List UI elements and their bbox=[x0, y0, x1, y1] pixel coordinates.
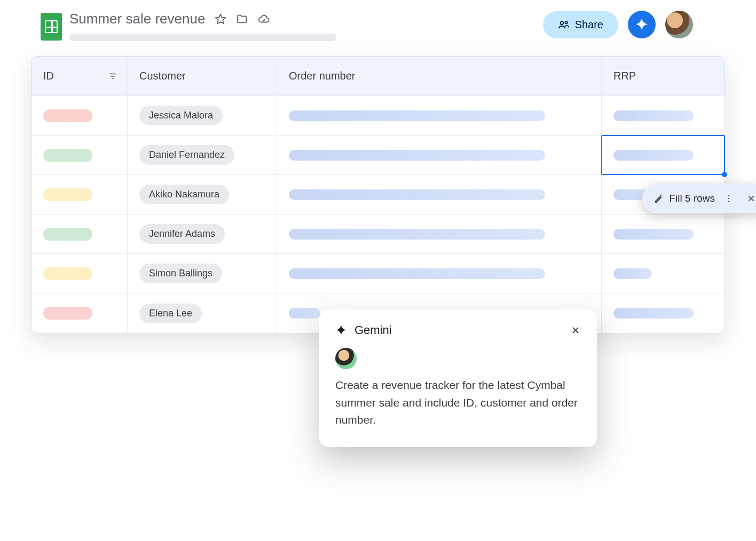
cell-id[interactable] bbox=[32, 175, 128, 214]
close-icon[interactable] bbox=[743, 190, 756, 207]
svg-point-1 bbox=[565, 21, 567, 23]
autofill-label[interactable]: Fill 5 rows bbox=[669, 193, 715, 204]
table-header-row: ID Customer Order number RRP bbox=[32, 57, 724, 96]
id-chip bbox=[43, 307, 92, 320]
col-header-customer[interactable]: Customer bbox=[128, 57, 277, 96]
table-row: Jessica Malora bbox=[32, 96, 724, 136]
col-header-customer-label: Customer bbox=[139, 70, 186, 82]
prompt-user-avatar bbox=[335, 348, 357, 369]
gemini-button[interactable] bbox=[628, 11, 656, 38]
rrp-placeholder bbox=[613, 268, 652, 279]
cell-order[interactable] bbox=[277, 136, 602, 174]
col-header-order[interactable]: Order number bbox=[277, 57, 602, 96]
table-row: Akiko Nakamura bbox=[32, 175, 724, 214]
cell-order[interactable] bbox=[277, 175, 602, 214]
customer-pill: Akiko Nakamura bbox=[139, 185, 229, 204]
table-row: Jennifer Adams bbox=[32, 214, 724, 254]
rrp-placeholder bbox=[613, 110, 694, 121]
id-chip bbox=[43, 188, 92, 201]
rrp-placeholder bbox=[613, 229, 694, 240]
cell-id[interactable] bbox=[32, 214, 128, 253]
id-chip bbox=[43, 267, 92, 280]
col-header-rrp-label: RRP bbox=[613, 70, 636, 82]
cell-rrp[interactable] bbox=[602, 136, 724, 174]
id-chip bbox=[43, 228, 92, 241]
cell-customer[interactable]: Jessica Malora bbox=[128, 96, 277, 135]
share-label: Share bbox=[575, 19, 603, 31]
star-icon[interactable] bbox=[215, 13, 226, 25]
table-row: Simon Ballings bbox=[32, 254, 724, 293]
rrp-placeholder bbox=[613, 150, 694, 161]
col-header-id-label: ID bbox=[43, 70, 54, 82]
order-placeholder bbox=[289, 150, 545, 161]
cell-id[interactable] bbox=[32, 293, 128, 333]
cell-id[interactable] bbox=[32, 254, 128, 293]
app-header: Summer sale revenue Share bbox=[31, 11, 725, 41]
folder-icon[interactable] bbox=[236, 13, 248, 25]
gemini-title: Gemini bbox=[355, 323, 392, 337]
share-button[interactable]: Share bbox=[543, 11, 618, 38]
cell-rrp[interactable] bbox=[602, 214, 724, 253]
filter-icon[interactable] bbox=[108, 71, 117, 81]
menubar-placeholder bbox=[69, 34, 336, 41]
cell-order[interactable] bbox=[277, 214, 602, 253]
id-chip bbox=[43, 109, 92, 122]
cell-rrp[interactable] bbox=[602, 254, 724, 293]
gemini-prompt-text: Create a revenue tracker for the latest … bbox=[335, 377, 581, 429]
col-header-rrp[interactable]: RRP bbox=[602, 57, 724, 96]
cell-order[interactable] bbox=[277, 254, 602, 293]
id-chip bbox=[43, 149, 92, 162]
customer-pill: Elena Lee bbox=[139, 304, 202, 323]
table-row: Daniel Fernandez bbox=[32, 136, 724, 175]
cell-id[interactable] bbox=[32, 96, 128, 135]
spreadsheet-table: ID Customer Order number RRP Jessica Mal… bbox=[31, 56, 725, 333]
order-placeholder bbox=[289, 308, 320, 319]
close-icon[interactable] bbox=[570, 325, 581, 336]
customer-pill: Daniel Fernandez bbox=[139, 145, 234, 165]
svg-point-0 bbox=[560, 22, 563, 25]
svg-point-3 bbox=[728, 198, 730, 200]
order-placeholder bbox=[289, 189, 545, 200]
user-avatar[interactable] bbox=[665, 11, 693, 38]
order-placeholder bbox=[289, 268, 545, 279]
cell-customer[interactable]: Akiko Nakamura bbox=[128, 175, 277, 214]
customer-pill: Simon Ballings bbox=[139, 264, 222, 283]
order-placeholder bbox=[289, 110, 545, 121]
cell-order[interactable] bbox=[277, 96, 602, 135]
autofill-suggestion: Fill 5 rows bbox=[642, 184, 756, 213]
cell-rrp[interactable] bbox=[602, 293, 724, 333]
rrp-placeholder bbox=[613, 308, 694, 319]
cell-rrp[interactable] bbox=[602, 96, 724, 135]
customer-pill: Jessica Malora bbox=[139, 106, 223, 125]
cell-customer[interactable]: Jennifer Adams bbox=[128, 214, 277, 253]
sheets-logo-icon bbox=[41, 13, 62, 41]
more-icon[interactable] bbox=[720, 190, 737, 207]
cell-customer[interactable]: Daniel Fernandez bbox=[128, 136, 277, 174]
col-header-order-label: Order number bbox=[289, 70, 356, 82]
col-header-id[interactable]: ID bbox=[32, 57, 128, 96]
gemini-sparkle-icon bbox=[335, 324, 347, 336]
customer-pill: Jennifer Adams bbox=[139, 224, 225, 244]
cloud-saved-icon[interactable] bbox=[257, 13, 270, 25]
svg-point-4 bbox=[728, 201, 730, 202]
svg-point-2 bbox=[728, 195, 730, 196]
magic-wand-icon bbox=[653, 193, 664, 204]
cell-customer[interactable]: Simon Ballings bbox=[128, 254, 277, 293]
order-placeholder bbox=[289, 229, 545, 240]
document-title[interactable]: Summer sale revenue bbox=[69, 11, 205, 27]
cell-customer[interactable]: Elena Lee bbox=[128, 293, 277, 333]
gemini-prompt-card: Gemini Create a revenue tracker for the … bbox=[319, 309, 597, 447]
cell-id[interactable] bbox=[32, 136, 128, 174]
